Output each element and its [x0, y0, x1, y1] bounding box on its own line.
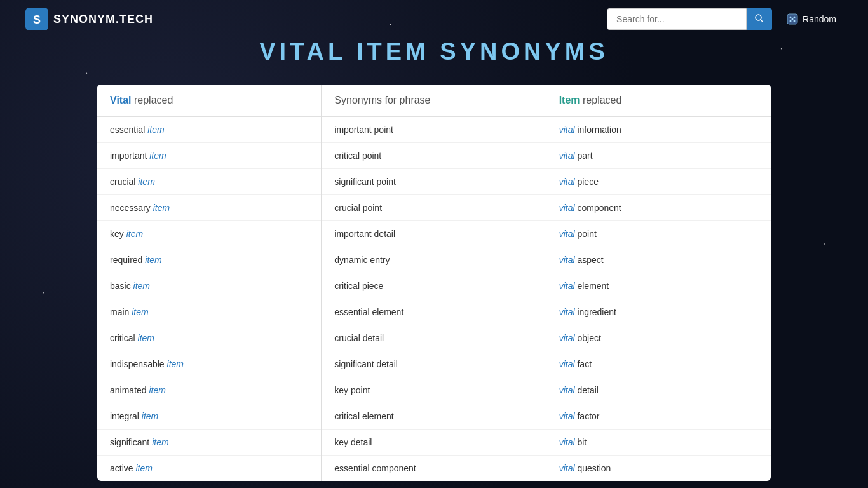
title-synonyms: SYNONYMS	[440, 38, 608, 65]
list-item[interactable]: vital element	[546, 273, 771, 299]
column-header-synonyms-phrase: Synonyms for phrase	[322, 85, 545, 117]
logo-text: SYNONYM.TECH	[53, 13, 153, 26]
random-label: Random	[803, 14, 836, 24]
list-item[interactable]: vital object	[546, 325, 771, 351]
random-button[interactable]: Random	[780, 9, 843, 29]
list-item[interactable]: critical element	[322, 403, 545, 430]
svg-point-7	[790, 20, 792, 22]
list-item[interactable]: indispensable item	[97, 351, 321, 377]
svg-point-8	[794, 20, 796, 22]
list-item[interactable]: basic item	[97, 273, 321, 299]
svg-point-2	[756, 15, 761, 20]
random-icon	[786, 13, 799, 25]
list-item[interactable]: animated item	[97, 377, 321, 403]
column-header-item-replaced: Item replaced	[546, 85, 771, 117]
list-item[interactable]: critical item	[97, 325, 321, 351]
header-highlight-vital: Vital	[110, 95, 132, 105]
list-item[interactable]: important detail	[322, 221, 545, 247]
list-item[interactable]: vital component	[546, 195, 771, 221]
column-synonyms-phrase: Synonyms for phraseimportant pointcritic…	[322, 85, 546, 481]
list-item[interactable]: significant point	[322, 169, 545, 195]
main-content: VITAL ITEM SYNONYMS Vital replacedessent…	[85, 38, 783, 488]
list-item[interactable]: key point	[322, 377, 545, 403]
svg-point-9	[792, 18, 794, 20]
list-item[interactable]: integral item	[97, 403, 321, 430]
column-header-vital-replaced: Vital replaced	[97, 85, 321, 117]
svg-text:S: S	[33, 13, 41, 26]
svg-point-6	[794, 17, 796, 18]
synonym-list-vital-replaced: essential itemimportant itemcrucial item…	[97, 117, 321, 481]
list-item[interactable]: vital ingredient	[546, 299, 771, 325]
list-item[interactable]: critical piece	[322, 273, 545, 299]
list-item[interactable]: critical point	[322, 143, 545, 169]
list-item[interactable]: vital factor	[546, 403, 771, 430]
list-item[interactable]: crucial point	[322, 195, 545, 221]
list-item[interactable]: required item	[97, 247, 321, 273]
column-vital-replaced: Vital replacedessential itemimportant it…	[97, 85, 322, 481]
list-item[interactable]: vital question	[546, 456, 771, 481]
search-icon	[754, 13, 764, 24]
list-item[interactable]: key item	[97, 221, 321, 247]
synonym-columns: Vital replacedessential itemimportant it…	[97, 85, 771, 481]
site-header: S SYNONYM.TECH Random	[0, 0, 868, 38]
list-item[interactable]: crucial item	[97, 169, 321, 195]
title-item: ITEM	[356, 38, 440, 65]
list-item[interactable]: essential component	[322, 456, 545, 481]
list-item[interactable]: vital piece	[546, 169, 771, 195]
list-item[interactable]: vital bit	[546, 430, 771, 456]
list-item[interactable]: essential item	[97, 117, 321, 143]
list-item[interactable]: crucial detail	[322, 325, 545, 351]
logo-icon: S	[25, 8, 48, 30]
logo[interactable]: S SYNONYM.TECH	[25, 8, 153, 30]
list-item[interactable]: vital information	[546, 117, 771, 143]
title-vital: VITAL	[259, 38, 356, 65]
svg-point-5	[790, 17, 792, 18]
search-bar	[607, 8, 772, 30]
search-input[interactable]	[607, 8, 747, 30]
list-item[interactable]: dynamic entry	[322, 247, 545, 273]
svg-line-3	[761, 20, 763, 22]
list-item[interactable]: important item	[97, 143, 321, 169]
list-item[interactable]: significant item	[97, 430, 321, 456]
list-item[interactable]: active item	[97, 456, 321, 481]
list-item[interactable]: main item	[97, 299, 321, 325]
list-item[interactable]: essential element	[322, 299, 545, 325]
synonym-list-item-replaced: vital informationvital partvital piecevi…	[546, 117, 771, 481]
list-item[interactable]: vital aspect	[546, 247, 771, 273]
list-item[interactable]: vital point	[546, 221, 771, 247]
header-actions: Random	[607, 8, 843, 30]
list-item[interactable]: necessary item	[97, 195, 321, 221]
list-item[interactable]: vital fact	[546, 351, 771, 377]
synonym-list-synonyms-phrase: important pointcritical pointsignificant…	[322, 117, 545, 481]
page-title: VITAL ITEM SYNONYMS	[97, 38, 771, 65]
list-item[interactable]: important point	[322, 117, 545, 143]
list-item[interactable]: vital part	[546, 143, 771, 169]
list-item[interactable]: key detail	[322, 430, 545, 456]
header-highlight-item: Item	[559, 95, 580, 105]
column-item-replaced: Item replacedvital informationvital part…	[546, 85, 771, 481]
list-item[interactable]: vital detail	[546, 377, 771, 403]
list-item[interactable]: significant detail	[322, 351, 545, 377]
search-button[interactable]	[747, 8, 772, 30]
